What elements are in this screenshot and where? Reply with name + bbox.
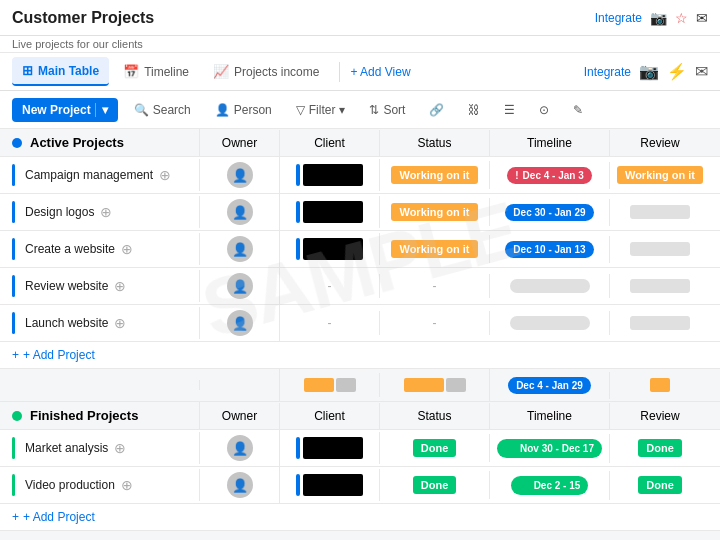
cell-owner: 👤 [200, 430, 280, 466]
cell-review [610, 237, 710, 261]
check-icon: ✓ [519, 479, 528, 492]
client-bar [303, 164, 363, 186]
filter-dropdown-icon: ▾ [339, 103, 345, 117]
cell-owner: 👤 [200, 157, 280, 193]
filter-button[interactable]: ▽ Filter ▾ [288, 99, 354, 121]
magnify-icon: ⊙ [539, 103, 549, 117]
cell-status[interactable]: Done [380, 471, 490, 499]
cell-status[interactable]: - [380, 274, 490, 298]
avatar: 👤 [227, 310, 253, 336]
avatar: 👤 [227, 435, 253, 461]
link-icon-btn[interactable]: 🔗 [421, 99, 452, 121]
avatar: 👤 [227, 162, 253, 188]
summary-review-cell [610, 373, 710, 397]
col-header-timeline2: Timeline [490, 403, 610, 429]
page-title: Customer Projects [12, 9, 154, 27]
add-view-btn[interactable]: + Add View [350, 65, 410, 79]
cell-status[interactable]: Done [380, 434, 490, 462]
col-header-timeline: Timeline [490, 130, 610, 156]
status-badge: Done [413, 476, 457, 494]
tab-bar-right: Integrate 📷 ⚡ ✉ [584, 62, 708, 81]
row-add-icon[interactable]: ⊕ [114, 440, 126, 456]
cell-client [280, 432, 380, 464]
sort-button[interactable]: ⇅ Sort [361, 99, 413, 121]
toolbar: New Project ▾ 🔍 Search 👤 Person ▽ Filter… [0, 91, 720, 129]
cell-timeline[interactable]: Dec 30 - Jan 29 [490, 199, 610, 226]
row-add-icon[interactable]: ⊕ [121, 477, 133, 493]
cell-status[interactable]: Working on it [380, 161, 490, 189]
review-badge: Working on it [617, 166, 703, 184]
cell-status[interactable]: - [380, 311, 490, 335]
unlink-icon-btn[interactable]: ⛓ [460, 99, 488, 121]
cell-timeline[interactable]: ! Dec 4 - Jan 3 [490, 162, 610, 189]
row-add-icon[interactable]: ⊕ [114, 278, 126, 294]
cell-owner: 👤 [200, 305, 280, 341]
add-project-icon: + [12, 348, 19, 362]
person-button[interactable]: 👤 Person [207, 99, 280, 121]
link-icon: 🔗 [429, 103, 444, 117]
add-project-finished[interactable]: + + Add Project [0, 504, 720, 531]
cell-status[interactable]: Working on it [380, 198, 490, 226]
new-project-button[interactable]: New Project ▾ [12, 98, 118, 122]
client-bar [303, 474, 363, 496]
summary-client-bars [304, 378, 356, 392]
avatar: 👤 [227, 199, 253, 225]
cell-review[interactable]: Done [610, 471, 710, 499]
cell-client [280, 196, 380, 228]
timeline-badge: ! Dec 4 - Jan 3 [507, 167, 592, 184]
search-label: Search [153, 103, 191, 117]
row-add-icon[interactable]: ⊕ [100, 204, 112, 220]
col-header-status2: Status [380, 403, 490, 429]
add-view-label: + Add View [350, 65, 410, 79]
row-indicator [12, 312, 15, 334]
timeline-badge: ✓ Nov 30 - Dec 17 [497, 439, 602, 458]
cell-review[interactable]: Working on it [610, 161, 710, 189]
instagram-icon[interactable]: 📷 [639, 62, 659, 81]
new-project-dropdown-arrow[interactable]: ▾ [95, 103, 108, 117]
table-row: Video production ⊕ 👤 Done ✓ Dec 2 - 15 [0, 467, 720, 504]
integrate-icon[interactable]: Integrate [584, 65, 631, 79]
search2-icon-btn[interactable]: ⊙ [531, 99, 557, 121]
search-icon: 🔍 [134, 103, 149, 117]
summary-row: Dec 4 - Jan 29 [0, 369, 720, 402]
timeline-badge: Dec 10 - Jan 13 [505, 241, 593, 258]
row-name: Launch website ⊕ [0, 307, 200, 339]
client-bar [303, 437, 363, 459]
cell-review[interactable]: Done [610, 434, 710, 462]
add-project-active[interactable]: + + Add Project [0, 342, 720, 369]
list-icon-btn[interactable]: ☰ [496, 99, 523, 121]
edit-icon-btn[interactable]: ✎ [565, 99, 591, 121]
filter-icon: ▽ [296, 103, 305, 117]
tab-projects-income[interactable]: 📈 Projects income [203, 58, 329, 85]
gmail-icon[interactable]: ✉ [695, 62, 708, 81]
active-dot [12, 138, 22, 148]
col-header-owner2: Owner [200, 403, 280, 429]
tab-main-table[interactable]: ⊞ Main Table [12, 57, 109, 86]
empty-review [630, 242, 690, 256]
cell-timeline[interactable]: ✓ Nov 30 - Dec 17 [490, 434, 610, 463]
finished-section-header-row: Finished Projects Owner Client Status Ti… [0, 402, 720, 430]
projects-income-icon: 📈 [213, 64, 229, 79]
search-button[interactable]: 🔍 Search [126, 99, 199, 121]
integrate-btn[interactable]: Integrate [595, 11, 642, 25]
slack-icon[interactable]: ⚡ [667, 62, 687, 81]
page-subtitle: Live projects for our clients [0, 36, 720, 53]
cell-timeline[interactable]: Dec 10 - Jan 13 [490, 236, 610, 263]
summary-gray-bar [446, 378, 466, 392]
empty-client: - [328, 316, 332, 330]
row-indicator [12, 164, 15, 186]
unlink-icon: ⛓ [468, 103, 480, 117]
row-add-icon[interactable]: ⊕ [114, 315, 126, 331]
tab-timeline[interactable]: 📅 Timeline [113, 58, 199, 85]
client-bar-blue [296, 238, 300, 260]
row-name: Review website ⊕ [0, 270, 200, 302]
row-name: Campaign management ⊕ [0, 159, 200, 191]
cell-status[interactable]: Working on it [380, 235, 490, 263]
row-add-icon[interactable]: ⊕ [121, 241, 133, 257]
empty-status: - [433, 279, 437, 293]
person-icon: 👤 [215, 103, 230, 117]
cell-timeline[interactable]: ✓ Dec 2 - 15 [490, 471, 610, 500]
row-add-icon[interactable]: ⊕ [159, 167, 171, 183]
row-name: Create a website ⊕ [0, 233, 200, 265]
cell-owner: 👤 [200, 231, 280, 267]
